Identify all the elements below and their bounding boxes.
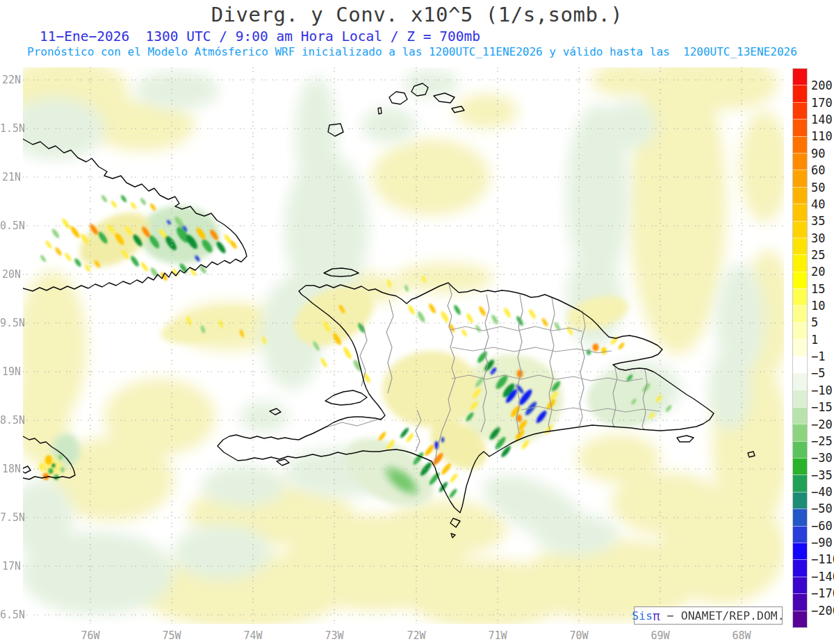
colorbar-segment: [793, 238, 807, 254]
colorbar-tick-label: −25: [811, 434, 834, 448]
colorbar: [793, 69, 807, 627]
lat-tick-label: 6.5N: [0, 609, 21, 621]
colorbar-tick-label: 110: [811, 129, 834, 143]
lat-tick-label: 20N: [0, 268, 21, 281]
lat-tick-label: 9.5N: [0, 317, 21, 329]
colorbar-segment: [793, 170, 807, 186]
colorbar-tick-label: −5: [811, 366, 834, 380]
colorbar-tick-label: 20: [811, 265, 834, 279]
lon-tick-label: 76W: [70, 629, 111, 642]
colorbar-tick-label: 5: [811, 315, 834, 329]
subtitle-datetime: 11−Ene−2026 1300 UTC / 9:00 am Hora Loca…: [40, 28, 480, 44]
colorbar-segment: [793, 204, 807, 220]
colorbar-tick-label: 200: [811, 79, 834, 92]
colorbar-segment: [793, 559, 807, 576]
lon-tick-label: 70W: [558, 629, 600, 642]
lon-tick-label: 69W: [639, 629, 681, 642]
colorbar-tick-label: −110: [811, 552, 834, 566]
colorbar-segment: [793, 272, 807, 288]
subtitle-forecast: Pronóstico con el Modelo Atmósferico WRF…: [27, 45, 797, 58]
colorbar-segment: [793, 492, 807, 509]
colorbar-segment: [793, 69, 807, 85]
colorbar-tick-label: −30: [811, 451, 834, 465]
colorbar-tick-label: 140: [811, 113, 834, 126]
colorbar-tick-label: 90: [811, 147, 834, 160]
colorbar-segment: [793, 85, 807, 101]
lon-tick-label: 72W: [395, 629, 437, 642]
colorbar-segment: [793, 187, 807, 204]
lat-tick-label: 19N: [0, 365, 21, 378]
weather-map-page: Diverg. y Conv. x10^5 (1/s,somb.) 11−Ene…: [0, 0, 834, 644]
colorbar-segment: [793, 136, 807, 153]
lon-tick-label: 74W: [232, 629, 274, 642]
credit-box: Sisπ − ONAMET/REP.DOM.: [634, 606, 783, 625]
colorbar-segment: [793, 526, 807, 543]
colorbar-segment: [793, 611, 807, 627]
lat-tick-label: 18N: [0, 463, 21, 475]
colorbar-tick-label: −170: [811, 586, 834, 600]
colorbar-segment: [793, 356, 807, 373]
colorbar-tick-label: 60: [811, 163, 834, 177]
credit-brand: Sis: [632, 609, 653, 622]
colorbar-tick-label: 10: [811, 299, 834, 313]
colorbar-segment: [793, 474, 807, 491]
colorbar-segment: [793, 424, 807, 440]
colorbar-segment: [793, 288, 807, 305]
colorbar-tick-label: 25: [811, 248, 834, 262]
colorbar-tick-label: −140: [811, 570, 834, 584]
map-canvas: [0, 0, 834, 644]
lon-tick-label: 73W: [313, 629, 355, 642]
lat-tick-label: 7.5N: [0, 511, 21, 524]
lat-tick-label: 0.5N: [0, 220, 21, 232]
colorbar-segment: [793, 407, 807, 424]
colorbar-segment: [793, 441, 807, 458]
colorbar-tick-label: −1: [811, 349, 834, 363]
lat-tick-label: 1.5N: [0, 122, 21, 135]
colorbar-tick-label: −20: [811, 418, 834, 431]
colorbar-tick-label: −10: [811, 383, 834, 397]
colorbar-segment: [793, 509, 807, 525]
colorbar-segment: [793, 373, 807, 390]
colorbar-tick-label: −200: [811, 604, 834, 618]
colorbar-tick-label: −60: [811, 519, 834, 533]
lat-tick-label: 17N: [0, 560, 21, 572]
colorbar-segment: [793, 305, 807, 322]
lon-tick-label: 75W: [151, 629, 193, 642]
colorbar-segment: [793, 339, 807, 356]
colorbar-tick-label: 30: [811, 231, 834, 245]
credit-text: − ONAMET/REP.DOM.: [660, 609, 785, 622]
colorbar-tick-label: −35: [811, 468, 834, 482]
colorbar-segment: [793, 543, 807, 559]
lat-tick-label: 8.5N: [0, 414, 21, 427]
colorbar-segment: [793, 390, 807, 406]
colorbar-tick-label: 1: [811, 333, 834, 347]
colorbar-tick-label: 15: [811, 282, 834, 296]
colorbar-segment: [793, 577, 807, 593]
lat-tick-label: 21N: [0, 171, 21, 183]
colorbar-segment: [793, 254, 807, 271]
colorbar-tick-label: −90: [811, 536, 834, 550]
colorbar-segment: [793, 322, 807, 339]
colorbar-segment: [793, 593, 807, 610]
colorbar-tick-label: 50: [811, 181, 834, 195]
colorbar-tick-label: 170: [811, 96, 834, 110]
colorbar-segment: [793, 458, 807, 474]
credit-pi-symbol: π: [653, 609, 660, 623]
colorbar-segment: [793, 119, 807, 135]
colorbar-segment: [793, 153, 807, 170]
colorbar-tick-label: −50: [811, 502, 834, 515]
colorbar-tick-label: 40: [811, 197, 834, 211]
colorbar-tick-label: 35: [811, 214, 834, 228]
colorbar-segment: [793, 102, 807, 119]
colorbar-tick-label: −40: [811, 485, 834, 499]
lat-tick-label: 22N: [0, 74, 21, 86]
lon-tick-label: 71W: [477, 629, 518, 642]
page-title: Diverg. y Conv. x10^5 (1/s,somb.): [0, 3, 834, 26]
lon-tick-label: 68W: [721, 629, 762, 642]
colorbar-tick-label: −15: [811, 400, 834, 414]
colorbar-segment: [793, 221, 807, 238]
